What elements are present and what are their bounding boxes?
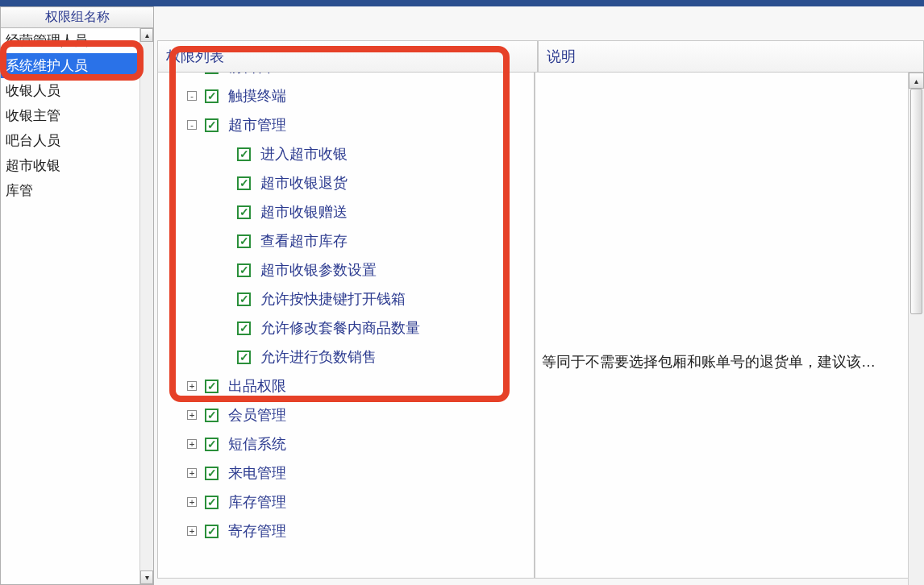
sidebar-header-label: 权限组名称 (45, 9, 110, 26)
tree-node-label: 进入超市收银 (260, 140, 348, 168)
checkbox[interactable]: ✓ (205, 118, 219, 132)
content-scrollbar[interactable]: ▴ (908, 73, 924, 585)
tree-node-label: 库存管理 (228, 488, 286, 516)
column-headers: 权限列表 说明 (157, 40, 924, 73)
tree-row[interactable]: +✓出品权限 (164, 371, 529, 400)
description-panel: 等同于不需要选择包厢和账单号的退货单，建议该… (535, 47, 924, 579)
window-titlebar (0, 0, 924, 6)
expand-icon[interactable]: + (187, 497, 197, 507)
checkbox[interactable]: ✓ (237, 322, 251, 335)
tree-node-label: 超市收银参数设置 (260, 256, 377, 284)
tree-node-label: 短信系统 (228, 430, 286, 458)
sidebar-item-6[interactable]: 库管 (1, 178, 139, 203)
tree-row[interactable]: ·✓允许进行负数销售 (164, 342, 529, 371)
sidebar-header: 权限组名称 (1, 7, 153, 28)
sidebar-item-1[interactable]: 系统维护人员 (1, 53, 139, 78)
tree-node-label: 允许按快捷键打开钱箱 (260, 285, 406, 313)
checkbox[interactable]: ✓ (205, 525, 219, 538)
tree-row[interactable]: ·✓超市收银赠送 (164, 197, 529, 226)
tree-row[interactable]: +✓库存管理 (164, 488, 529, 517)
checkbox[interactable]: ✓ (237, 351, 251, 364)
column-header-tree[interactable]: 权限列表 (157, 40, 538, 73)
tree-connector-icon: · (219, 149, 229, 159)
checkbox[interactable]: ✓ (205, 438, 219, 451)
sidebar-item-label: 经营管理人员 (6, 31, 88, 50)
checkbox[interactable]: ✓ (205, 496, 219, 509)
tree-row[interactable]: +✓短信系统 (164, 429, 529, 458)
content-area: -✓前台营业-✓触摸终端-✓超市管理·✓进入超市收银·✓超市收银退货·✓超市收银… (154, 6, 924, 585)
tree-node-label: 超市收银退货 (260, 169, 348, 197)
expand-icon[interactable]: + (187, 468, 197, 478)
tree-node-label: 查看超市库存 (260, 227, 348, 255)
expand-icon[interactable]: + (187, 526, 197, 536)
tree-connector-icon: · (219, 236, 229, 246)
scroll-down-icon[interactable]: ▾ (140, 570, 153, 584)
tree-row[interactable]: -✓触摸终端 (164, 81, 529, 110)
expand-icon[interactable]: + (187, 410, 197, 420)
expand-icon[interactable]: + (187, 439, 197, 449)
tree-row[interactable]: ·✓允许按快捷键打开钱箱 (164, 284, 529, 313)
sidebar-list: 经营管理人员 系统维护人员 收银人员 收银主管 吧台人员 超市收银 库管 ▴ ▾ (1, 28, 153, 584)
scroll-up-icon[interactable]: ▴ (909, 73, 924, 89)
sidebar-item-label: 系统维护人员 (6, 56, 88, 75)
sidebar-item-2[interactable]: 收银人员 (1, 78, 139, 103)
tree-row[interactable]: +✓来电管理 (164, 458, 529, 488)
column-header-tree-label: 权限列表 (166, 47, 224, 66)
scroll-up-icon[interactable]: ▴ (140, 28, 153, 42)
collapse-icon[interactable]: - (187, 91, 197, 101)
sidebar-item-label: 收银主管 (6, 106, 60, 125)
sidebar-item-5[interactable]: 超市收银 (1, 153, 139, 178)
column-header-desc[interactable]: 说明 (538, 40, 924, 73)
tree-connector-icon: · (219, 265, 229, 275)
sidebar-item-label: 超市收银 (6, 156, 60, 175)
tree-node-label: 超市收银赠送 (260, 198, 348, 226)
sidebar-item-label: 收银人员 (6, 81, 60, 100)
expand-icon[interactable]: + (187, 381, 197, 391)
tree-node-label: 允许修改套餐内商品数量 (260, 314, 420, 342)
tree-row[interactable]: ·✓进入超市收银 (164, 139, 529, 168)
checkbox[interactable]: ✓ (237, 292, 251, 306)
tree-connector-icon: · (219, 323, 229, 333)
tree-connector-icon: · (219, 294, 229, 304)
tree-node-label: 超市管理 (228, 111, 286, 139)
tree-connector-icon: · (219, 178, 229, 188)
tree-connector-icon: · (219, 352, 229, 362)
tree-node-label: 出品权限 (228, 372, 286, 400)
tree-node-label: 会员管理 (228, 401, 286, 429)
tree-row[interactable]: +✓寄存管理 (164, 517, 529, 546)
tree-row[interactable]: ·✓超市收银参数设置 (164, 255, 529, 284)
checkbox[interactable]: ✓ (205, 467, 219, 480)
permission-tree-panel: -✓前台营业-✓触摸终端-✓超市管理·✓进入超市收银·✓超市收银退货·✓超市收银… (157, 47, 535, 579)
tree-row[interactable]: ·✓超市收银退货 (164, 168, 529, 197)
tree-row[interactable]: -✓超市管理 (164, 110, 529, 139)
tree-node-label: 允许进行负数销售 (260, 343, 377, 371)
main-container: 权限组名称 经营管理人员 系统维护人员 收银人员 收银主管 吧台人员 超市收银 … (0, 6, 924, 585)
collapse-icon[interactable]: - (187, 120, 197, 130)
sidebar-item-label: 库管 (6, 181, 33, 200)
tree-connector-icon: · (219, 207, 229, 217)
column-header-desc-label: 说明 (547, 47, 576, 66)
checkbox[interactable]: ✓ (205, 380, 219, 393)
permission-group-sidebar: 权限组名称 经营管理人员 系统维护人员 收银人员 收银主管 吧台人员 超市收银 … (0, 6, 154, 585)
permission-tree: -✓前台营业-✓触摸终端-✓超市管理·✓进入超市收银·✓超市收银退货·✓超市收银… (158, 48, 534, 578)
sidebar-item-4[interactable]: 吧台人员 (1, 128, 139, 153)
checkbox[interactable]: ✓ (205, 89, 219, 103)
scrollbar-thumb[interactable] (910, 89, 922, 314)
checkbox[interactable]: ✓ (237, 234, 251, 248)
sidebar-item-3[interactable]: 收银主管 (1, 103, 139, 128)
checkbox[interactable]: ✓ (237, 176, 251, 190)
checkbox[interactable]: ✓ (237, 205, 251, 219)
checkbox[interactable]: ✓ (237, 147, 251, 161)
tree-row[interactable]: ·✓查看超市库存 (164, 226, 529, 255)
tree-row[interactable]: +✓会员管理 (164, 400, 529, 429)
tree-node-label: 来电管理 (228, 459, 286, 487)
checkbox[interactable]: ✓ (237, 263, 251, 277)
tree-node-label: 触摸终端 (228, 82, 286, 110)
sidebar-scrollbar[interactable]: ▴ ▾ (139, 28, 153, 584)
description-text: 等同于不需要选择包厢和账单号的退货单，建议该… (542, 352, 917, 371)
sidebar-item-0[interactable]: 经营管理人员 (1, 28, 139, 53)
sidebar-item-label: 吧台人员 (6, 131, 60, 150)
tree-node-label: 寄存管理 (228, 517, 286, 545)
checkbox[interactable]: ✓ (205, 409, 219, 422)
tree-row[interactable]: ·✓允许修改套餐内商品数量 (164, 313, 529, 342)
